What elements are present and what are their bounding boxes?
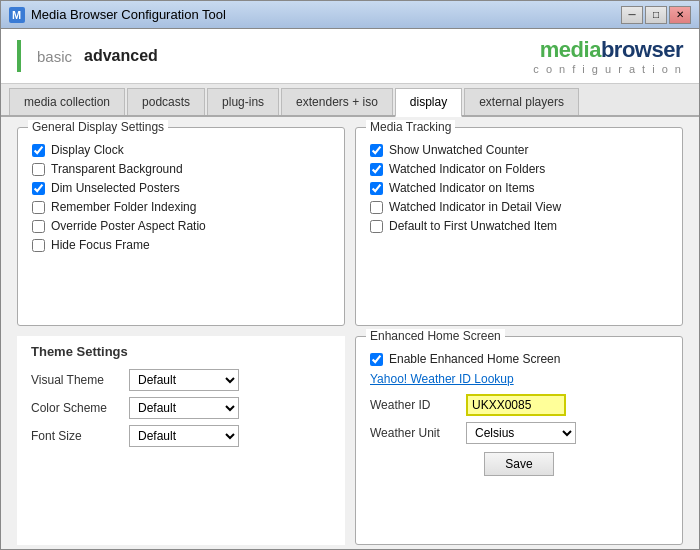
tab-extenders-iso[interactable]: extenders + iso xyxy=(281,88,393,115)
checkbox-transparent-bg: Transparent Background xyxy=(32,162,330,176)
minimize-button[interactable]: ─ xyxy=(621,6,643,24)
svg-text:M: M xyxy=(12,9,21,21)
font-size-row: Font Size Default Small Large xyxy=(31,425,331,447)
tab-display[interactable]: display xyxy=(395,88,462,117)
brand-tagline: c o n f i g u r a t i o n xyxy=(533,63,683,75)
app-icon: M xyxy=(9,7,25,23)
transparent-bg-checkbox[interactable] xyxy=(32,163,45,176)
save-button[interactable]: Save xyxy=(484,452,553,476)
brand-browser: browser xyxy=(601,37,683,62)
close-button[interactable]: ✕ xyxy=(669,6,691,24)
accent-bar xyxy=(17,40,21,72)
checkbox-watched-detail: Watched Indicator in Detail View xyxy=(370,200,668,214)
enable-enhanced-checkbox[interactable] xyxy=(370,353,383,366)
watched-detail-checkbox[interactable] xyxy=(370,201,383,214)
title-bar-text: Media Browser Configuration Tool xyxy=(31,7,226,22)
override-poster-label: Override Poster Aspect Ratio xyxy=(51,219,206,233)
checkbox-display-clock: Display Clock xyxy=(32,143,330,157)
unwatched-counter-label: Show Unwatched Counter xyxy=(389,143,528,157)
advanced-label: advanced xyxy=(84,47,158,65)
watched-folders-checkbox[interactable] xyxy=(370,163,383,176)
watched-items-checkbox[interactable] xyxy=(370,182,383,195)
color-scheme-label: Color Scheme xyxy=(31,401,121,415)
window-controls: ─ □ ✕ xyxy=(621,6,691,24)
theme-settings-panel: Theme Settings Visual Theme Default Cust… xyxy=(17,336,345,545)
weather-unit-row: Weather Unit Celsius Fahrenheit xyxy=(370,422,668,444)
tab-bar: media collection podcasts plug-ins exten… xyxy=(1,84,699,117)
override-poster-checkbox[interactable] xyxy=(32,220,45,233)
general-display-panel: General Display Settings Display Clock T… xyxy=(17,127,345,326)
main-window: M Media Browser Configuration Tool ─ □ ✕… xyxy=(0,0,700,550)
color-scheme-row: Color Scheme Default Custom Dark Light xyxy=(31,397,331,419)
checkbox-hide-focus: Hide Focus Frame xyxy=(32,238,330,252)
dim-posters-label: Dim Unselected Posters xyxy=(51,181,180,195)
tab-external-players[interactable]: external players xyxy=(464,88,579,115)
font-size-select[interactable]: Default Small Large xyxy=(129,425,239,447)
unwatched-counter-checkbox[interactable] xyxy=(370,144,383,157)
title-bar: M Media Browser Configuration Tool ─ □ ✕ xyxy=(1,1,699,29)
brand-media: media xyxy=(540,37,601,62)
dim-posters-checkbox[interactable] xyxy=(32,182,45,195)
media-tracking-panel: Media Tracking Show Unwatched Counter Wa… xyxy=(355,127,683,326)
yahoo-weather-link[interactable]: Yahoo! Weather ID Lookup xyxy=(370,372,514,386)
watched-detail-label: Watched Indicator in Detail View xyxy=(389,200,561,214)
general-display-title: General Display Settings xyxy=(28,120,168,134)
enhanced-home-panel: Enhanced Home Screen Enable Enhanced Hom… xyxy=(355,336,683,545)
enable-enhanced-row: Enable Enhanced Home Screen xyxy=(370,352,668,366)
checkbox-dim-posters: Dim Unselected Posters xyxy=(32,181,330,195)
basic-label[interactable]: basic xyxy=(37,48,72,65)
maximize-button[interactable]: □ xyxy=(645,6,667,24)
transparent-bg-label: Transparent Background xyxy=(51,162,183,176)
weather-id-label: Weather ID xyxy=(370,398,460,412)
tab-podcasts[interactable]: podcasts xyxy=(127,88,205,115)
watched-folders-label: Watched Indicator on Folders xyxy=(389,162,545,176)
checkbox-override-poster: Override Poster Aspect Ratio xyxy=(32,219,330,233)
hide-focus-checkbox[interactable] xyxy=(32,239,45,252)
header: basic advanced mediabrowser c o n f i g … xyxy=(1,29,699,84)
checkbox-watched-folders: Watched Indicator on Folders xyxy=(370,162,668,176)
weather-id-row: Weather ID xyxy=(370,394,668,416)
visual-theme-label: Visual Theme xyxy=(31,373,121,387)
tab-plug-ins[interactable]: plug-ins xyxy=(207,88,279,115)
first-unwatched-checkbox[interactable] xyxy=(370,220,383,233)
hide-focus-label: Hide Focus Frame xyxy=(51,238,150,252)
remember-folder-checkbox[interactable] xyxy=(32,201,45,214)
weather-unit-label: Weather Unit xyxy=(370,426,460,440)
visual-theme-select[interactable]: Default Custom Dark Light xyxy=(129,369,239,391)
checkbox-unwatched-counter: Show Unwatched Counter xyxy=(370,143,668,157)
enable-enhanced-label: Enable Enhanced Home Screen xyxy=(389,352,560,366)
weather-id-input[interactable] xyxy=(466,394,566,416)
tab-media-collection[interactable]: media collection xyxy=(9,88,125,115)
color-scheme-select[interactable]: Default Custom Dark Light xyxy=(129,397,239,419)
checkbox-first-unwatched: Default to First Unwatched Item xyxy=(370,219,668,233)
checkbox-watched-items: Watched Indicator on Items xyxy=(370,181,668,195)
font-size-label: Font Size xyxy=(31,429,121,443)
media-tracking-title: Media Tracking xyxy=(366,120,455,134)
brand-logo: mediabrowser c o n f i g u r a t i o n xyxy=(533,37,683,75)
weather-unit-select[interactable]: Celsius Fahrenheit xyxy=(466,422,576,444)
theme-settings-title: Theme Settings xyxy=(31,344,331,359)
watched-items-label: Watched Indicator on Items xyxy=(389,181,535,195)
display-clock-label: Display Clock xyxy=(51,143,124,157)
visual-theme-row: Visual Theme Default Custom Dark Light xyxy=(31,369,331,391)
enhanced-home-title: Enhanced Home Screen xyxy=(366,329,505,343)
remember-folder-label: Remember Folder Indexing xyxy=(51,200,196,214)
checkbox-remember-folder: Remember Folder Indexing xyxy=(32,200,330,214)
display-clock-checkbox[interactable] xyxy=(32,144,45,157)
first-unwatched-label: Default to First Unwatched Item xyxy=(389,219,557,233)
